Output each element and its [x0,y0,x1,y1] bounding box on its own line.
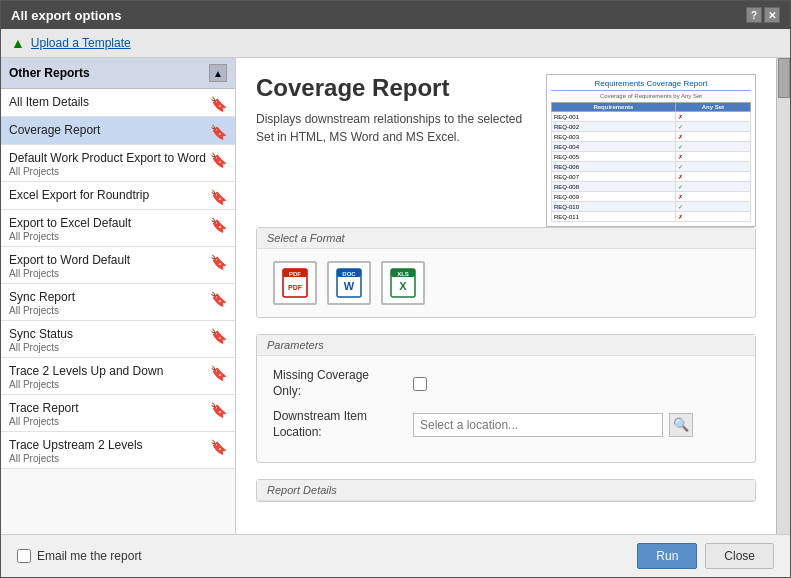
bookmark-icon[interactable]: 🔖 [210,439,227,455]
sidebar-item-sync-report[interactable]: Sync Report All Projects 🔖 [1,284,235,321]
sidebar-item-text: Sync Status All Projects [9,327,206,353]
format-section-label: Select a Format [257,228,755,249]
sidebar-item-name: Export to Word Default [9,253,206,267]
sidebar-item-export-excel-default[interactable]: Export to Excel Default All Projects 🔖 [1,210,235,247]
preview-title: Requirements Coverage Report [551,79,751,91]
bookmark-icon[interactable]: 🔖 [210,217,227,233]
word-format-button[interactable]: DOC W [327,261,371,305]
email-report-label: Email me the report [37,549,142,563]
sidebar-item-sub: All Projects [9,305,206,316]
sidebar-item-name: Export to Excel Default [9,216,206,230]
sidebar-item-text: Trace 2 Levels Up and Down All Projects [9,364,206,390]
missing-coverage-row: Missing CoverageOnly: [273,368,739,399]
bookmark-icon[interactable]: 🔖 [210,402,227,418]
sidebar-item-export-word-default[interactable]: Export to Word Default All Projects 🔖 [1,247,235,284]
missing-coverage-label: Missing CoverageOnly: [273,368,413,399]
bookmark-icon[interactable]: 🔖 [210,365,227,381]
sidebar-item-text: Excel Export for Roundtrip [9,188,206,202]
content-scrollbar[interactable] [776,58,790,534]
missing-coverage-control [413,377,427,391]
format-section-content: PDF PDF DOC W [257,249,755,317]
title-bar: All export options ? ✕ [1,1,790,29]
run-button[interactable]: Run [637,543,697,569]
excel-format-button[interactable]: XLS X [381,261,425,305]
main-content: Other Reports ▲ All Item Details 🔖 Cover… [1,58,790,534]
scroll-track [777,58,790,534]
close-window-button[interactable]: ✕ [764,7,780,23]
format-buttons: PDF PDF DOC W [273,261,739,305]
sidebar-item-sync-status[interactable]: Sync Status All Projects 🔖 [1,321,235,358]
sidebar-item-name: Trace Upstream 2 Levels [9,438,206,452]
dialog-title: All export options [11,8,122,23]
downstream-location-control: 🔍 [413,413,693,437]
downstream-location-input[interactable] [413,413,663,437]
downstream-location-label: Downstream ItemLocation: [273,409,413,440]
bookmark-icon[interactable]: 🔖 [210,124,227,140]
svg-text:DOC: DOC [342,271,356,277]
email-report-checkbox[interactable] [17,549,31,563]
sidebar-scroll-up-button[interactable]: ▲ [209,64,227,82]
upload-template-link[interactable]: Upload a Template [31,36,131,50]
sidebar-item-coverage-report[interactable]: Coverage Report 🔖 [1,117,235,145]
sidebar-item-excel-roundtrip[interactable]: Excel Export for Roundtrip 🔖 [1,182,235,210]
sidebar-item-text: Trace Report All Projects [9,401,206,427]
sidebar-item-sub: All Projects [9,231,206,242]
report-title: Coverage Report [256,74,530,102]
sidebar-item-name: All Item Details [9,95,206,109]
missing-coverage-checkbox[interactable] [413,377,427,391]
sidebar-item-name: Sync Status [9,327,206,341]
sidebar-item-trace-report[interactable]: Trace Report All Projects 🔖 [1,395,235,432]
sidebar-item-name: Trace Report [9,401,206,415]
scroll-thumb[interactable] [778,58,790,98]
footer-bar: Email me the report Run Close [1,534,790,577]
pdf-format-button[interactable]: PDF PDF [273,261,317,305]
sidebar-item-name: Sync Report [9,290,206,304]
sidebar-item-text: All Item Details [9,95,206,109]
sidebar-item-name: Default Work Product Export to Word [9,151,206,165]
pdf-icon: PDF PDF [281,268,309,298]
report-details-label: Report Details [257,480,755,501]
sidebar-item-default-work-product[interactable]: Default Work Product Export to Word All … [1,145,235,182]
report-description: Displays downstream relationships to the… [256,110,530,146]
upload-bar: ▲ Upload a Template [1,29,790,58]
sidebar-item-sub: All Projects [9,379,206,390]
sidebar-header-label: Other Reports [9,66,90,80]
svg-text:W: W [344,280,355,292]
report-preview: Requirements Coverage Report Coverage of… [546,74,756,227]
sidebar-item-name: Excel Export for Roundtrip [9,188,206,202]
preview-subtitle: Coverage of Requirements by Any Set [551,93,751,99]
svg-text:PDF: PDF [289,271,301,277]
bookmark-icon[interactable]: 🔖 [210,189,227,205]
sidebar-item-name: Coverage Report [9,123,206,137]
sidebar-item-all-item-details[interactable]: All Item Details 🔖 [1,89,235,117]
word-icon: DOC W [335,268,363,298]
close-button[interactable]: Close [705,543,774,569]
bookmark-icon[interactable]: 🔖 [210,96,227,112]
location-search-button[interactable]: 🔍 [669,413,693,437]
dialog: All export options ? ✕ ▲ Upload a Templa… [0,0,791,578]
bookmark-icon[interactable]: 🔖 [210,152,227,168]
report-details-section: Report Details [256,479,756,502]
bookmark-icon[interactable]: 🔖 [210,291,227,307]
help-button[interactable]: ? [746,7,762,23]
title-bar-buttons: ? ✕ [746,7,780,23]
preview-col-req: Requirements [552,103,676,112]
sidebar-items-list: All Item Details 🔖 Coverage Report 🔖 Def… [1,89,235,534]
params-section-label: Parameters [257,335,755,356]
format-section: Select a Format PDF PDF [256,227,756,318]
params-section-content: Missing CoverageOnly: Downstream ItemLoc… [257,356,755,462]
bookmark-icon[interactable]: 🔖 [210,254,227,270]
sidebar-item-text: Default Work Product Export to Word All … [9,151,206,177]
sidebar-item-sub: All Projects [9,416,206,427]
sidebar-item-text: Export to Word Default All Projects [9,253,206,279]
sidebar-item-trace-upstream[interactable]: Trace Upstream 2 Levels All Projects 🔖 [1,432,235,469]
bookmark-icon[interactable]: 🔖 [210,328,227,344]
sidebar-item-trace-2-levels[interactable]: Trace 2 Levels Up and Down All Projects … [1,358,235,395]
sidebar-item-sub: All Projects [9,342,206,353]
sidebar-item-sub: All Projects [9,166,206,177]
svg-text:PDF: PDF [288,284,303,291]
sidebar-item-name: Trace 2 Levels Up and Down [9,364,206,378]
sidebar-item-sub: All Projects [9,453,206,464]
sidebar-item-text: Coverage Report [9,123,206,137]
footer-left: Email me the report [17,549,629,563]
